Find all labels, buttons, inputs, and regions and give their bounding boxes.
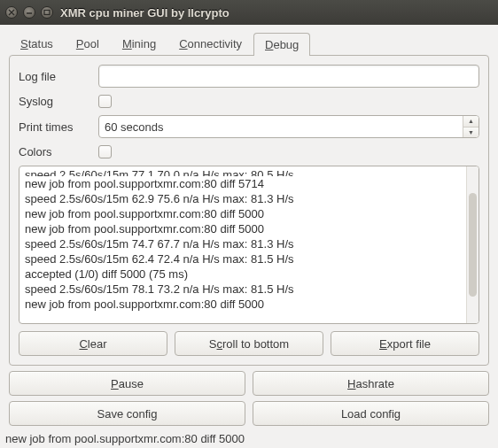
window-title: XMR cpu miner GUI by llcrypto (60, 6, 230, 19)
row-logfile: Log file (19, 65, 479, 88)
load-config-button[interactable]: Load config (253, 401, 489, 426)
spinner-up-icon[interactable]: ▲ (463, 116, 479, 127)
colors-checkbox[interactable] (98, 145, 112, 158)
tab-pool[interactable]: Pool (65, 32, 111, 55)
log-line: accepted (1/0) diff 5000 (75 ms) (25, 266, 461, 282)
row-colors: Colors (19, 145, 479, 158)
log-output: speed 2.5s/60s/15m 77.1 70.0 n/a H/s max… (19, 166, 479, 324)
clear-button[interactable]: Clear (19, 331, 167, 356)
log-line: new job from pool.supportxmr.com:80 diff… (25, 297, 461, 312)
syslog-checkbox[interactable] (98, 95, 112, 108)
logfile-input[interactable] (98, 65, 479, 88)
action-row-2: Save config Load config (9, 401, 489, 426)
log-line: speed 2.5s/60s/15m 62.4 72.4 n/a H/s max… (25, 251, 461, 266)
status-bar: new job from pool.supportxmr.com:80 diff… (0, 429, 498, 448)
close-icon[interactable] (5, 6, 18, 19)
window: XMR cpu miner GUI by llcrypto Status Poo… (0, 0, 498, 448)
log-line: new job from pool.supportxmr.com:80 diff… (25, 221, 461, 236)
svg-rect-0 (44, 11, 50, 15)
client-area: Status Pool Mining Connectivity Debug Lo… (0, 25, 498, 429)
spinner-down-icon[interactable]: ▼ (463, 127, 479, 138)
printtimes-input[interactable]: 60 seconds ▲ ▼ (98, 115, 479, 138)
window-buttons (5, 6, 53, 19)
titlebar: XMR cpu miner GUI by llcrypto (0, 0, 498, 25)
hashrate-button[interactable]: Hashrate (253, 371, 489, 396)
maximize-icon[interactable] (41, 6, 53, 19)
action-row-1: Pause Hashrate (9, 371, 489, 396)
row-printtimes: Print times 60 seconds ▲ ▼ (19, 115, 479, 138)
log-line: speed 2.5s/60s/15m 62.9 75.6 n/a H/s max… (25, 191, 461, 206)
pause-button[interactable]: Pause (9, 371, 245, 396)
export-file-button[interactable]: Export file (331, 331, 479, 356)
tab-panel-debug: Log file Syslog Print times 60 seconds ▲… (9, 55, 489, 366)
syslog-label: Syslog (19, 95, 91, 108)
log-line: new job from pool.supportxmr.com:80 diff… (25, 176, 461, 191)
log-line: speed 2.5s/60s/15m 77.1 70.0 n/a H/s max… (25, 168, 461, 176)
minimize-icon[interactable] (23, 6, 35, 19)
tabstrip: Status Pool Mining Connectivity Debug (9, 32, 489, 55)
log-button-row: Clear Scroll to bottom Export file (19, 331, 479, 356)
tab-status[interactable]: Status (9, 32, 65, 55)
log-scrollbar[interactable] (466, 166, 479, 323)
scrollbar-thumb[interactable] (469, 193, 477, 297)
tab-connectivity[interactable]: Connectivity (167, 32, 253, 55)
log-line: speed 2.5s/60s/15m 74.7 67.7 n/a H/s max… (25, 236, 461, 251)
log-line: speed 2.5s/60s/15m 78.1 73.2 n/a H/s max… (25, 282, 461, 297)
scroll-to-bottom-button[interactable]: Scroll to bottom (175, 331, 323, 356)
printtimes-label: Print times (19, 120, 91, 134)
printtimes-value[interactable]: 60 seconds (99, 116, 463, 137)
log-line: new job from pool.supportxmr.com:80 diff… (25, 206, 461, 221)
tab-mining[interactable]: Mining (111, 32, 167, 55)
logfile-label: Log file (19, 70, 91, 83)
spinner-buttons: ▲ ▼ (463, 116, 479, 137)
colors-label: Colors (19, 145, 91, 158)
save-config-button[interactable]: Save config (9, 401, 245, 426)
tab-debug[interactable]: Debug (253, 33, 310, 56)
log-text[interactable]: speed 2.5s/60s/15m 77.1 70.0 n/a H/s max… (19, 166, 466, 323)
row-syslog: Syslog (19, 95, 479, 108)
